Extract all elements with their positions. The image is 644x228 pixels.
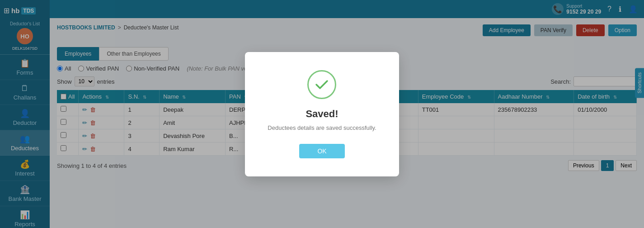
modal-title: Saved! (268, 108, 376, 120)
saved-modal: Saved! Deductees details are saved succe… (245, 52, 399, 176)
modal-overlay: Saved! Deductees details are saved succe… (0, 0, 644, 228)
modal-message: Deductees details are saved successfully… (268, 124, 376, 131)
check-icon (314, 76, 330, 93)
check-circle (307, 70, 336, 99)
modal-ok-button[interactable]: OK (299, 144, 344, 158)
